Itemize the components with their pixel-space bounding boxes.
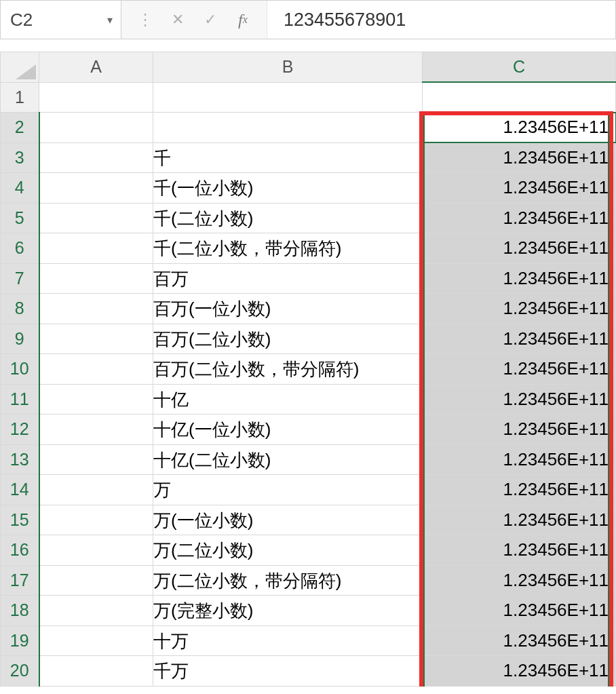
cell[interactable]: 1.23456E+11	[423, 354, 616, 385]
fx-icon[interactable]: fx	[234, 11, 252, 28]
row-header[interactable]: 4	[1, 173, 39, 204]
row-header[interactable]: 10	[1, 354, 39, 385]
name-box[interactable]: C2 ▾	[1, 1, 121, 39]
table-row: 14万1.23456E+11	[1, 475, 616, 505]
cell[interactable]: 1.23456E+11	[423, 113, 616, 143]
row-header[interactable]: 8	[1, 294, 39, 324]
cell[interactable]	[39, 324, 153, 354]
table-row: 20千万1.23456E+11	[1, 656, 616, 687]
cell[interactable]	[39, 203, 153, 233]
cell[interactable]	[153, 82, 423, 113]
formula-tools: ⋮ ✕ ✓ fx	[121, 1, 267, 39]
cell[interactable]: 1.23456E+11	[423, 535, 616, 566]
cell[interactable]	[39, 505, 153, 535]
cell[interactable]	[39, 142, 153, 173]
table-row: 21.23456E+11	[1, 113, 616, 143]
cell[interactable]	[39, 415, 153, 445]
cell[interactable]	[39, 173, 153, 204]
table-row: 5千(二位小数)1.23456E+11	[1, 203, 616, 233]
row-header[interactable]: 7	[1, 263, 39, 294]
column-header-a[interactable]: A	[39, 52, 153, 83]
cell[interactable]: 千(二位小数)	[153, 203, 423, 233]
row-header[interactable]: 1	[1, 82, 39, 113]
cell[interactable]: 1.23456E+11	[423, 415, 616, 445]
row-header[interactable]: 5	[1, 203, 39, 233]
row-header[interactable]: 17	[1, 565, 39, 596]
cell[interactable]	[39, 113, 153, 143]
table-row: 8百万(一位小数)1.23456E+11	[1, 294, 616, 324]
cell[interactable]: 1.23456E+11	[423, 233, 616, 264]
cell[interactable]	[39, 294, 153, 324]
cell[interactable]: 1.23456E+11	[423, 625, 616, 656]
cell[interactable]	[423, 82, 616, 113]
table-row: 13十亿(二位小数)1.23456E+11	[1, 444, 616, 475]
cell[interactable]: 万(二位小数，带分隔符)	[153, 565, 423, 596]
cell[interactable]	[39, 596, 153, 626]
cell[interactable]: 万	[153, 475, 423, 505]
cell[interactable]: 1.23456E+11	[423, 263, 616, 294]
cell[interactable]: 百万(一位小数)	[153, 294, 423, 324]
expand-icon[interactable]: ⋮	[136, 11, 154, 28]
table-row: 9百万(二位小数)1.23456E+11	[1, 324, 616, 354]
cell[interactable]: 百万	[153, 263, 423, 294]
cell[interactable]	[39, 263, 153, 294]
cell[interactable]: 1.23456E+11	[423, 596, 616, 626]
row-header[interactable]: 13	[1, 444, 39, 475]
chevron-down-icon[interactable]: ▾	[107, 14, 113, 26]
cell[interactable]: 1.23456E+11	[423, 203, 616, 233]
cell[interactable]: 1.23456E+11	[423, 384, 616, 415]
cell[interactable]	[153, 113, 423, 143]
enter-icon[interactable]: ✓	[201, 11, 219, 28]
row-header[interactable]: 14	[1, 475, 39, 505]
column-header-c[interactable]: C	[423, 52, 616, 83]
cell[interactable]	[39, 82, 153, 113]
row-header[interactable]: 18	[1, 596, 39, 626]
worksheet-grid[interactable]: A B C 121.23456E+113千1.23456E+114千(一位小数)…	[0, 52, 616, 687]
cell[interactable]: 1.23456E+11	[423, 444, 616, 475]
cell[interactable]: 万(一位小数)	[153, 505, 423, 535]
cell[interactable]	[39, 384, 153, 415]
row-header[interactable]: 15	[1, 505, 39, 535]
column-header-b[interactable]: B	[153, 52, 423, 83]
row-header[interactable]: 3	[1, 142, 39, 173]
cell[interactable]: 1.23456E+11	[423, 294, 616, 324]
cell[interactable]: 1.23456E+11	[423, 475, 616, 505]
cell[interactable]: 1.23456E+11	[423, 656, 616, 687]
cell[interactable]: 1.23456E+11	[423, 173, 616, 204]
row-header[interactable]: 16	[1, 535, 39, 566]
cell[interactable]	[39, 354, 153, 385]
cell[interactable]: 万(完整小数)	[153, 596, 423, 626]
cell[interactable]: 十万	[153, 625, 423, 656]
row-header[interactable]: 6	[1, 233, 39, 264]
cell[interactable]: 千	[153, 142, 423, 173]
cell[interactable]: 1.23456E+11	[423, 565, 616, 596]
cell[interactable]: 十亿(一位小数)	[153, 415, 423, 445]
select-all-corner[interactable]	[1, 52, 39, 83]
cell[interactable]: 千(一位小数)	[153, 173, 423, 204]
cell[interactable]: 1.23456E+11	[423, 505, 616, 535]
row-header[interactable]: 12	[1, 415, 39, 445]
row-header[interactable]: 11	[1, 384, 39, 415]
cell[interactable]	[39, 444, 153, 475]
cell[interactable]: 百万(二位小数)	[153, 324, 423, 354]
cell[interactable]	[39, 656, 153, 687]
cell[interactable]: 百万(二位小数，带分隔符)	[153, 354, 423, 385]
cell[interactable]: 十亿	[153, 384, 423, 415]
row-header[interactable]: 9	[1, 324, 39, 354]
cancel-icon[interactable]: ✕	[169, 11, 187, 28]
row-header[interactable]: 19	[1, 625, 39, 656]
row-header[interactable]: 20	[1, 656, 39, 687]
cell[interactable]: 千万	[153, 656, 423, 687]
cell[interactable]	[39, 475, 153, 505]
cell[interactable]: 1.23456E+11	[423, 142, 616, 173]
cell[interactable]: 千(二位小数，带分隔符)	[153, 233, 423, 264]
cell[interactable]	[39, 565, 153, 596]
formula-input[interactable]: 123455678901	[267, 1, 615, 39]
cell[interactable]	[39, 535, 153, 566]
row-header[interactable]: 2	[1, 113, 39, 143]
cell[interactable]	[39, 625, 153, 656]
cell[interactable]	[39, 233, 153, 264]
cell[interactable]: 1.23456E+11	[423, 324, 616, 354]
cell[interactable]: 十亿(二位小数)	[153, 444, 423, 475]
cell[interactable]: 万(二位小数)	[153, 535, 423, 566]
